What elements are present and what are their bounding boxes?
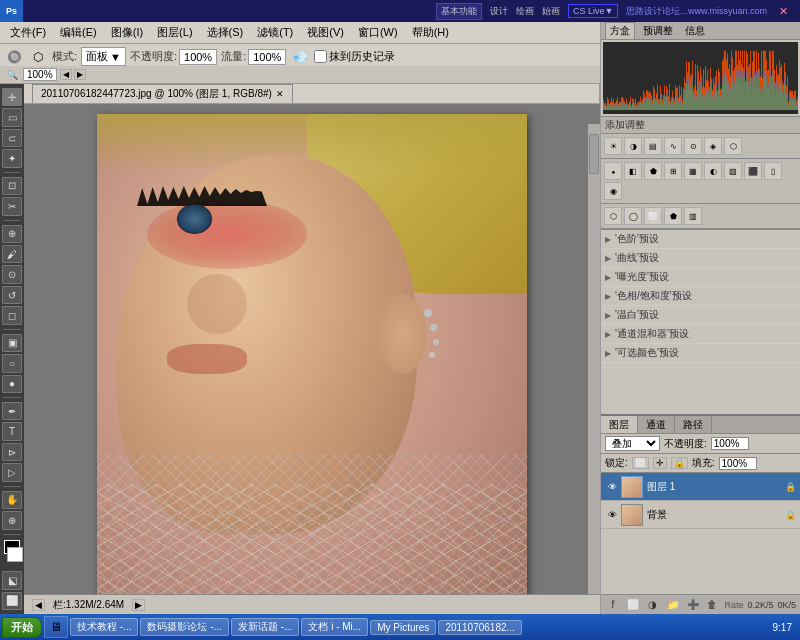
taskbar-item-6[interactable]: 20110706182... [438,620,522,635]
layer-item-bg[interactable]: 👁 背景 🔒 [601,501,800,529]
tab-layers[interactable]: 图层 [601,416,638,433]
lock-all-btn[interactable]: 🔒 [671,457,688,469]
adj-icon-channelmixer[interactable]: ⊞ [664,162,682,180]
adj-item-5[interactable]: ▶ '通道混和器'预设 [601,325,800,344]
taskbar-icon-1[interactable]: 🖥 [44,616,68,638]
document-tab[interactable]: 20110706182447723.jpg @ 100% (图层 1, RGB/… [32,84,293,103]
branding-paint[interactable]: 绘画 [516,5,534,18]
nav-arrows[interactable]: ◀ ▶ [60,69,86,80]
history-brush-tool[interactable]: ↺ [2,286,22,304]
clone-tool[interactable]: ⊙ [2,265,22,283]
taskbar-item-5[interactable]: My Pictures [370,620,436,635]
close-btn[interactable]: ✕ [775,5,792,18]
tab-close-icon[interactable]: ✕ [276,89,284,99]
adj-icon-colorbalance[interactable]: ⬥ [604,162,622,180]
hand-tool[interactable]: ✋ [2,491,22,509]
adj-item-1[interactable]: ▶ '曲线'预设 [601,249,800,268]
layer-mask-btn[interactable]: ⬜ [625,597,641,613]
adj-icon-threshold[interactable]: ⬛ [744,162,762,180]
background-color[interactable] [7,547,23,562]
adj-icon-vibrance[interactable]: ◈ [704,137,722,155]
adj-icon-bw[interactable]: ◧ [624,162,642,180]
move-tool[interactable]: ✛ [2,88,22,106]
flow-control[interactable]: 流量: 100% [221,49,286,65]
lasso-tool[interactable]: ⊂ [2,129,22,147]
magic-wand-tool[interactable]: ✦ [2,149,22,167]
layer-visibility-1[interactable]: 👁 [605,480,619,494]
adj-icon-misc2[interactable]: ◯ [624,207,642,225]
adj-item-2[interactable]: ▶ '曝光度'预设 [601,268,800,287]
gradient-tool[interactable]: ▣ [2,334,22,352]
menu-view[interactable]: 视图(V) [301,23,350,42]
marquee-tool[interactable]: ▭ [2,108,22,126]
menu-file[interactable]: 文件(F) [4,23,52,42]
healing-tool[interactable]: ⊕ [2,225,22,243]
adj-icon-levels[interactable]: ▤ [644,137,662,155]
layer-delete-btn[interactable]: 🗑 [705,597,721,613]
taskbar-item-1[interactable]: 技术教程 -... [70,618,138,636]
adj-icon-photofilter[interactable]: ⬟ [644,162,662,180]
layer-item-1[interactable]: 👁 图层 1 🔒 [601,473,800,501]
quick-mask-btn[interactable]: ⬕ [2,571,22,589]
adj-icon-misc1[interactable]: ⬡ [604,207,622,225]
branding-basic[interactable]: 基本功能 [436,3,482,20]
cs-live-btn[interactable]: CS Live▼ [568,4,618,18]
adj-icon-misc5[interactable]: ▥ [684,207,702,225]
path-tool[interactable]: ⊳ [2,443,22,461]
screen-mode-btn[interactable]: ⬜ [2,592,22,610]
adj-icon-gradient[interactable]: ▯ [764,162,782,180]
menu-layer[interactable]: 图层(L) [151,23,198,42]
adj-icon-contrast[interactable]: ◑ [624,137,642,155]
menu-window[interactable]: 窗口(W) [352,23,404,42]
adj-icon-selective[interactable]: ◉ [604,182,622,200]
tool-icon-1[interactable]: 🔘 [4,47,24,67]
adj-icon-invert[interactable]: ◐ [704,162,722,180]
menu-image[interactable]: 图像(I) [105,23,149,42]
fill-input[interactable] [719,457,757,470]
canvas-nav-left[interactable]: ◀ [32,599,45,611]
airbrush-btn[interactable]: 💨 [290,47,310,67]
menu-filter[interactable]: 滤镜(T) [251,23,299,42]
adj-icon-curves[interactable]: ∿ [664,137,682,155]
menu-edit[interactable]: 编辑(E) [54,23,103,42]
menu-help[interactable]: 帮助(H) [406,23,455,42]
adj-icon-posterize[interactable]: ▧ [724,162,742,180]
tab-histogram[interactable]: 方盒 [605,22,635,39]
adj-icon-hsl[interactable]: ⬡ [724,137,742,155]
adj-icon-misc4[interactable]: ⬟ [664,207,682,225]
taskbar-item-4[interactable]: 文档 i - Mi... [301,618,368,636]
start-button[interactable]: 开始 [2,617,42,638]
opacity-input[interactable] [711,437,749,450]
adj-item-6[interactable]: ▶ '可选颜色'预设 [601,344,800,363]
pen-tool[interactable]: ✒ [2,402,22,420]
scrollbar-thumb[interactable] [589,134,599,174]
tab-paths[interactable]: 路径 [675,416,712,433]
canvas-scrollbar[interactable] [588,124,600,614]
zoom-icon[interactable]: 🔍 [4,67,20,83]
slice-tool[interactable]: ✂ [2,197,22,215]
lock-pixel-btn[interactable]: ⬜ [632,457,649,469]
layer-adj-btn[interactable]: ◑ [645,597,661,613]
adj-icon-colorlookup[interactable]: ▦ [684,162,702,180]
opacity-control[interactable]: 不透明度: 100% [130,49,217,65]
adj-icon-brightness[interactable]: ☀ [604,137,622,155]
lock-pos-btn[interactable]: ✛ [653,457,667,469]
menu-select[interactable]: 选择(S) [201,23,250,42]
taskbar-item-3[interactable]: 发新话题 -... [231,618,299,636]
history-checkbox[interactable]: 抹到历史记录 [314,49,395,64]
dodge-tool[interactable]: ● [2,375,22,393]
layer-style-btn[interactable]: f [605,597,621,613]
branding-design[interactable]: 设计 [490,5,508,18]
crop-tool[interactable]: ⊡ [2,177,22,195]
branding-cs[interactable]: 始画 [542,5,560,18]
layer-visibility-bg[interactable]: 👁 [605,508,619,522]
blend-mode-select[interactable]: 叠加 [605,436,660,451]
adj-item-3[interactable]: ▶ '色相/饱和度'预设 [601,287,800,306]
mode-dropdown[interactable]: 面板▼ [81,47,126,66]
adj-item-0[interactable]: ▶ '色阶'预设 [601,230,800,249]
tab-adjustments[interactable]: 预调整 [639,23,677,39]
eraser-tool[interactable]: ◻ [2,306,22,324]
zoom-tool[interactable]: ⊕ [2,511,22,529]
tool-icon-2[interactable]: ⬡ [28,47,48,67]
text-tool[interactable]: T [2,422,22,440]
